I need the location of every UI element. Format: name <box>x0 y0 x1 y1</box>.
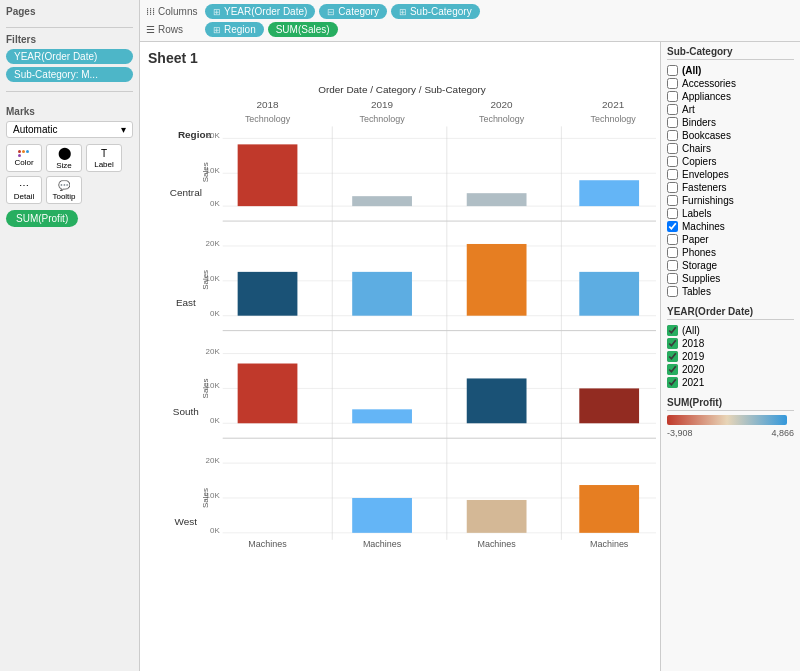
year-item-2018[interactable]: 2018 <box>667 337 794 350</box>
year-checkbox-2020[interactable] <box>667 364 678 375</box>
filter-item-fasteners[interactable]: Fasteners <box>667 181 794 194</box>
filter-item-paper[interactable]: Paper <box>667 233 794 246</box>
filter-checkbox-envelopes[interactable] <box>667 169 678 180</box>
filter-item-all[interactable]: (All) <box>667 64 794 77</box>
detail-label: Detail <box>14 192 34 201</box>
subcategory-filter-section: Sub-Category (All) Accessories Appliance… <box>667 46 794 298</box>
year-checkbox-2018[interactable] <box>667 338 678 349</box>
bar-east-2019[interactable] <box>352 272 412 316</box>
toolbar: ⁞⁞⁞ Columns ⊞ YEAR(Order Date) ⊟ Categor… <box>140 0 800 42</box>
filter-label-furnishings: Furnishings <box>682 195 734 206</box>
year-item-2019[interactable]: 2019 <box>667 350 794 363</box>
filter-checkbox-copiers[interactable] <box>667 156 678 167</box>
year-checkbox-2021[interactable] <box>667 377 678 388</box>
filter-checkbox-supplies[interactable] <box>667 273 678 284</box>
region-pill[interactable]: ⊞ Region <box>205 22 264 37</box>
filter-checkbox-tables[interactable] <box>667 286 678 297</box>
svg-text:East: East <box>176 297 196 308</box>
year-filter-section: YEAR(Order Date) (All) 2018 2019 2020 <box>667 306 794 389</box>
subcategory-pill-label: Sub-Category <box>410 6 472 17</box>
filter-checkbox-chairs[interactable] <box>667 143 678 154</box>
bar-south-2021[interactable] <box>579 388 639 423</box>
filter-item-phones[interactable]: Phones <box>667 246 794 259</box>
filter-label-supplies: Supplies <box>682 273 720 284</box>
filter-checkbox-appliances[interactable] <box>667 91 678 102</box>
filter-item-chairs[interactable]: Chairs <box>667 142 794 155</box>
color-icon <box>18 150 30 157</box>
bar-east-2021[interactable] <box>579 272 639 316</box>
filter-checkbox-paper[interactable] <box>667 234 678 245</box>
svg-text:Machines: Machines <box>363 539 402 549</box>
svg-text:Technology: Technology <box>245 114 291 124</box>
year-filter-pill[interactable]: YEAR(Order Date) <box>6 49 133 64</box>
bar-west-2019[interactable] <box>352 498 412 533</box>
filter-checkbox-furnishings[interactable] <box>667 195 678 206</box>
tooltip-button[interactable]: 💬 Tooltip <box>46 176 82 204</box>
bar-central-2019[interactable] <box>352 196 412 206</box>
filter-checkbox-accessories[interactable] <box>667 78 678 89</box>
filter-label-all: (All) <box>682 65 701 76</box>
filter-checkbox-storage[interactable] <box>667 260 678 271</box>
filter-item-furnishings[interactable]: Furnishings <box>667 194 794 207</box>
filter-item-tables[interactable]: Tables <box>667 285 794 298</box>
filter-item-labels[interactable]: Labels <box>667 207 794 220</box>
filter-item-storage[interactable]: Storage <box>667 259 794 272</box>
filter-checkbox-all[interactable] <box>667 65 678 76</box>
region-pill-label: Region <box>224 24 256 35</box>
filter-checkbox-machines[interactable] <box>667 221 678 232</box>
filter-checkbox-bookcases[interactable] <box>667 130 678 141</box>
profit-filter-title: SUM(Profit) <box>667 397 794 411</box>
filter-item-accessories[interactable]: Accessories <box>667 77 794 90</box>
filter-checkbox-art[interactable] <box>667 104 678 115</box>
bar-south-2020[interactable] <box>467 378 527 423</box>
year-checkbox-all[interactable] <box>667 325 678 336</box>
filter-checkbox-phones[interactable] <box>667 247 678 258</box>
bar-south-2019[interactable] <box>352 409 412 423</box>
year-item-2020[interactable]: 2020 <box>667 363 794 376</box>
sum-profit-pill[interactable]: SUM(Profit) <box>6 210 78 227</box>
marks-dropdown[interactable]: Automatic ▾ <box>6 121 133 138</box>
filter-checkbox-fasteners[interactable] <box>667 182 678 193</box>
bar-central-2020[interactable] <box>467 193 527 206</box>
filter-item-binders[interactable]: Binders <box>667 116 794 129</box>
year-checkbox-2019[interactable] <box>667 351 678 362</box>
filter-item-supplies[interactable]: Supplies <box>667 272 794 285</box>
year-item-2021[interactable]: 2021 <box>667 376 794 389</box>
year-pill[interactable]: ⊞ YEAR(Order Date) <box>205 4 315 19</box>
subcategory-pill[interactable]: ⊞ Sub-Category <box>391 4 480 19</box>
bar-east-2020[interactable] <box>467 244 527 316</box>
category-pill-label: Category <box>338 6 379 17</box>
year-item-all[interactable]: (All) <box>667 324 794 337</box>
filter-item-appliances[interactable]: Appliances <box>667 90 794 103</box>
bar-west-2021[interactable] <box>579 485 639 533</box>
filter-checkbox-labels[interactable] <box>667 208 678 219</box>
bar-central-2018[interactable] <box>238 144 298 206</box>
color-button[interactable]: Color <box>6 144 42 172</box>
svg-text:2019: 2019 <box>371 100 394 111</box>
svg-text:Sales: Sales <box>201 378 210 398</box>
bar-east-2018[interactable] <box>238 272 298 316</box>
profit-min-label: -3,908 <box>667 428 693 438</box>
filter-item-envelopes[interactable]: Envelopes <box>667 168 794 181</box>
pages-label: Pages <box>6 6 133 17</box>
size-button[interactable]: ⬤ Size <box>46 144 82 172</box>
filter-item-machines[interactable]: Machines <box>667 220 794 233</box>
filter-label-bookcases: Bookcases <box>682 130 731 141</box>
bar-central-2021[interactable] <box>579 180 639 206</box>
category-pill[interactable]: ⊟ Category <box>319 4 387 19</box>
filter-checkbox-binders[interactable] <box>667 117 678 128</box>
subcategory-filter-pill[interactable]: Sub-Category: M... <box>6 67 133 82</box>
columns-row: ⁞⁞⁞ Columns ⊞ YEAR(Order Date) ⊟ Categor… <box>146 4 794 19</box>
main-area: ⁞⁞⁞ Columns ⊞ YEAR(Order Date) ⊟ Categor… <box>140 0 800 671</box>
bar-south-2018[interactable] <box>238 364 298 424</box>
tooltip-icon: 💬 <box>58 180 70 191</box>
svg-text:20K: 20K <box>206 239 221 248</box>
label-button[interactable]: T Label <box>86 144 122 172</box>
filter-item-copiers[interactable]: Copiers <box>667 155 794 168</box>
filter-item-art[interactable]: Art <box>667 103 794 116</box>
filter-label-envelopes: Envelopes <box>682 169 729 180</box>
filter-item-bookcases[interactable]: Bookcases <box>667 129 794 142</box>
detail-button[interactable]: ⋯ Detail <box>6 176 42 204</box>
sum-sales-pill[interactable]: SUM(Sales) <box>268 22 338 37</box>
bar-west-2020[interactable] <box>467 500 527 533</box>
